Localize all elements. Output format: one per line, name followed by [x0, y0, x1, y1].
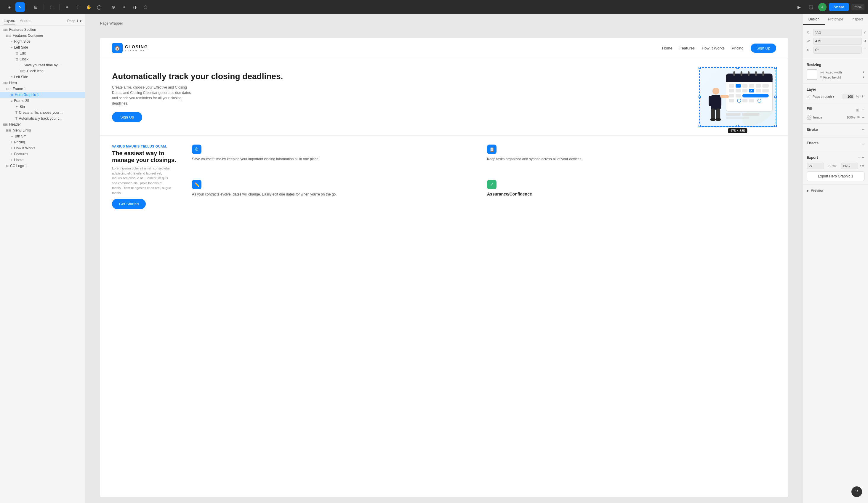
- layer-right-side[interactable]: ≡ Right Side: [0, 39, 85, 44]
- nav-home[interactable]: Home: [662, 46, 672, 50]
- layer-left-side-2[interactable]: ≡ Left Side: [0, 74, 85, 80]
- layer-pricing[interactable]: T Pricing: [0, 139, 85, 145]
- tool-comment[interactable]: ◯: [94, 2, 104, 12]
- export-format-input[interactable]: [841, 163, 858, 169]
- tool-shape[interactable]: ▢: [47, 2, 56, 12]
- handle-br[interactable]: [774, 125, 777, 127]
- feature-title-3: Assurance/Confidence: [487, 192, 776, 196]
- fill-visibility-icon[interactable]: 👁: [857, 115, 860, 120]
- layer-hero[interactable]: ⊞⊞ Hero: [0, 80, 85, 86]
- hero-cta-button[interactable]: Sign Up: [112, 112, 142, 122]
- tab-inspect[interactable]: Inspect: [846, 14, 868, 25]
- get-started-button[interactable]: Get Started: [112, 199, 146, 209]
- svg-rect-21: [762, 89, 769, 93]
- nav-features[interactable]: Features: [680, 46, 695, 50]
- export-minus-icon[interactable]: −: [858, 155, 860, 160]
- text-icon: T: [11, 158, 13, 162]
- fill-remove-icon[interactable]: −: [862, 115, 865, 120]
- handle-tl[interactable]: [699, 66, 701, 69]
- headphone-btn[interactable]: 🎧: [806, 2, 816, 12]
- nav-how-it-works[interactable]: How It Works: [702, 46, 725, 50]
- svg-rect-24: [742, 94, 769, 97]
- feature-icon-2: ✏️: [192, 180, 202, 189]
- handle-rm[interactable]: [774, 96, 777, 98]
- tool-text[interactable]: T: [73, 2, 83, 12]
- layer-save-text[interactable]: T Save yourself time by...: [0, 62, 85, 68]
- layer-edit[interactable]: ⊡ Edit: [0, 50, 85, 56]
- handle-tr[interactable]: [774, 66, 777, 69]
- layer-btn-sm[interactable]: ✦ Btn Sm: [0, 133, 85, 139]
- fill-grid-icon[interactable]: ⊞: [856, 107, 859, 112]
- tool-plugin[interactable]: ✦: [120, 2, 129, 12]
- nav-pricing[interactable]: Pricing: [732, 46, 744, 50]
- tool-crop[interactable]: ⬡: [141, 2, 150, 12]
- layer-features-section[interactable]: ⊞⊞ Features Section: [0, 27, 85, 33]
- layer-list[interactable]: ⊞⊞ Features Section ⊞⊞ Features Containe…: [0, 25, 85, 503]
- nav-signup-button[interactable]: Sign Up: [751, 43, 776, 53]
- fill-add-icon[interactable]: +: [862, 107, 865, 113]
- opacity-input[interactable]: [843, 94, 854, 99]
- feature-icon-0: ⏱: [192, 145, 202, 154]
- tab-layers[interactable]: Layers: [3, 17, 15, 25]
- help-button[interactable]: ?: [851, 486, 862, 497]
- export-button[interactable]: Export Hero Graphic 1: [807, 172, 865, 181]
- layer-how-it-works[interactable]: T How It Works: [0, 145, 85, 151]
- handle-bm[interactable]: [736, 125, 739, 127]
- layer-left-side-1[interactable]: ≡ Left Side: [0, 44, 85, 50]
- layer-auto-track-text[interactable]: T Automatically track your c...: [0, 115, 85, 122]
- tab-prototype[interactable]: Prototype: [825, 14, 846, 25]
- resizing-fixed-height[interactable]: ⇕ Fixed height ▾: [820, 75, 865, 79]
- present-btn[interactable]: ▶: [795, 2, 804, 12]
- blend-mode-select[interactable]: Pass through ▾: [813, 95, 835, 99]
- layer-cc-logo[interactable]: ⊠ CC Logo 1: [0, 163, 85, 169]
- visibility-icon[interactable]: 👁: [860, 94, 865, 99]
- export-scale-input[interactable]: [807, 163, 824, 169]
- export-add-icon[interactable]: +: [862, 155, 865, 160]
- layer-btn[interactable]: ✦ Btn: [0, 104, 85, 110]
- layer-header[interactable]: ⊞⊞ Header: [0, 122, 85, 127]
- layer-features-container[interactable]: ⊞⊞ Features Container: [0, 33, 85, 39]
- x-input[interactable]: [813, 29, 862, 36]
- feature-item-1: 📋 Keep tasks organized and synced across…: [487, 145, 776, 174]
- layer-hero-graphic-1[interactable]: ⊠ Hero Graphic 1: [0, 92, 85, 98]
- layer-home[interactable]: T Home: [0, 157, 85, 163]
- resizing-fixed-width[interactable]: |—| Fixed width ▾: [820, 70, 865, 74]
- features-title: The easiest way to manage your closings.: [112, 150, 186, 164]
- handle-lm[interactable]: [699, 96, 701, 98]
- resizing-box: |—| Fixed width ▾ ⇕ Fixed height ▾: [807, 69, 865, 80]
- share-button[interactable]: Share: [829, 3, 849, 11]
- svg-rect-11: [742, 84, 748, 88]
- export-controls: Suffix •••: [807, 163, 865, 169]
- tool-theme[interactable]: ◑: [130, 2, 140, 12]
- tool-component[interactable]: ⊛: [109, 2, 118, 12]
- effects-add-icon[interactable]: +: [862, 142, 865, 147]
- layer-clock[interactable]: ⊡ Clock: [0, 56, 85, 62]
- canvas-area[interactable]: Page Wrapper 🏠 CLOSING CALENDAR Home Fea…: [85, 14, 803, 503]
- zoom-control[interactable]: 59%: [851, 4, 865, 10]
- layer-clock-icon[interactable]: ⊡⊡ Clock Icon: [0, 68, 85, 74]
- hero-graphic-wrapper[interactable]: ✓: [699, 67, 776, 126]
- layer-create-text[interactable]: T Create a file, choose your ...: [0, 110, 85, 115]
- tool-frame[interactable]: ⊞: [31, 2, 41, 12]
- export-more-icon[interactable]: •••: [860, 164, 865, 168]
- layer-frame1[interactable]: ⊞⊞ Frame 1: [0, 86, 85, 92]
- stroke-add-icon[interactable]: +: [862, 127, 865, 132]
- handle-bl[interactable]: [699, 125, 701, 127]
- tab-assets[interactable]: Assets: [20, 17, 31, 25]
- preview-header[interactable]: ▶ Preview: [807, 188, 865, 193]
- svg-rect-41: [726, 117, 749, 119]
- layer-features-link[interactable]: T Features: [0, 151, 85, 157]
- w-input[interactable]: [813, 38, 862, 45]
- fill-thumbnail[interactable]: [807, 115, 812, 120]
- layer-menu-links[interactable]: ⊞⊞ Menu Links: [0, 127, 85, 133]
- tool-move[interactable]: ↖: [16, 2, 25, 12]
- tab-design[interactable]: Design: [803, 14, 825, 25]
- tool-select[interactable]: ◈: [5, 2, 14, 12]
- page-selector[interactable]: Page 1 ▾: [67, 17, 82, 25]
- tool-hand[interactable]: ✋: [84, 2, 93, 12]
- layer-frame35[interactable]: ≡ Frame 35: [0, 98, 85, 104]
- handle-tm[interactable]: [736, 66, 739, 69]
- tool-pen[interactable]: ✒: [62, 2, 72, 12]
- angle-input[interactable]: [813, 47, 862, 54]
- svg-rect-5: [741, 71, 742, 76]
